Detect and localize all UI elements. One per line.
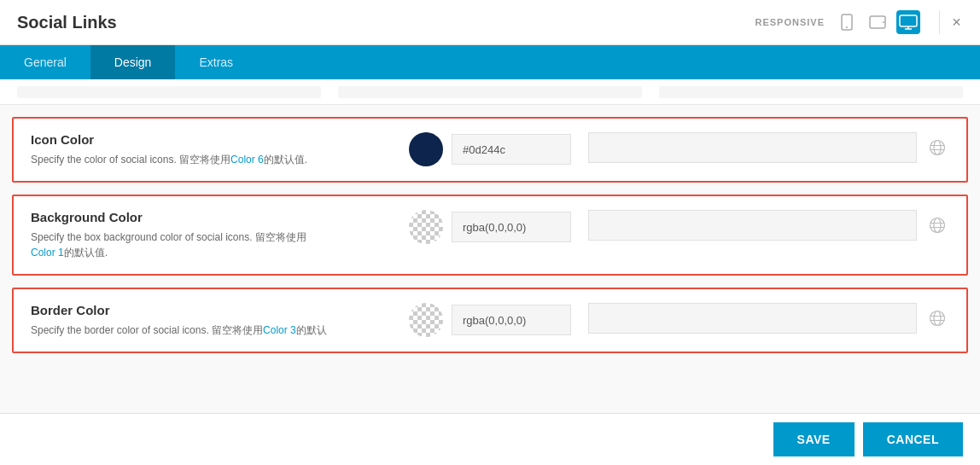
border-color-globe-icon[interactable] xyxy=(925,306,949,330)
background-color-extra-input xyxy=(588,210,917,241)
border-color-info: Border Color Specify the border color of… xyxy=(31,303,392,338)
border-color-picker xyxy=(409,303,571,337)
tab-extras[interactable]: Extras xyxy=(175,45,257,79)
desktop-icon[interactable] xyxy=(896,10,920,34)
partial-cell-1 xyxy=(17,86,321,98)
save-button[interactable]: SAVE xyxy=(773,422,855,456)
border-color-input[interactable] xyxy=(452,305,571,335)
border-color-extra-input xyxy=(588,303,917,334)
svg-point-6 xyxy=(934,141,941,155)
device-icons xyxy=(835,10,920,34)
svg-point-10 xyxy=(934,311,941,326)
background-color-picker xyxy=(409,210,571,244)
icon-color-picker xyxy=(409,132,571,166)
background-color-desc: Specify the box background color of soci… xyxy=(31,230,392,260)
svg-point-1 xyxy=(846,26,848,28)
border-color-swatch[interactable] xyxy=(409,303,443,337)
border-color-desc: Specify the border color of social icons… xyxy=(31,323,392,338)
border-color-section: Border Color Specify the border color of… xyxy=(12,288,968,353)
icon-color-info: Icon Color Specify the color of social i… xyxy=(31,132,392,167)
icon-color-section: Icon Color Specify the color of social i… xyxy=(12,117,968,183)
modal-container: Social Links RESPONSIVE xyxy=(0,0,980,465)
cancel-button[interactable]: CANCEL xyxy=(863,422,963,456)
modal-title: Social Links xyxy=(17,13,117,32)
partial-cell-2 xyxy=(338,86,642,98)
icon-color-swatch[interactable] xyxy=(409,132,443,166)
icon-color-label: Icon Color xyxy=(31,132,392,147)
partial-row-content xyxy=(17,86,963,97)
svg-point-9 xyxy=(930,311,945,326)
svg-point-8 xyxy=(934,218,941,233)
icon-color-desc: Specify the color of social icons. 留空将使用… xyxy=(31,152,392,167)
partial-row xyxy=(0,79,980,105)
background-color-globe-icon[interactable] xyxy=(925,213,949,237)
background-color-row-right xyxy=(588,210,949,241)
icon-color-row-right xyxy=(588,132,949,163)
background-color-input[interactable] xyxy=(452,212,571,242)
svg-point-3 xyxy=(883,21,884,23)
svg-point-7 xyxy=(930,218,945,233)
tab-general[interactable]: General xyxy=(0,45,90,79)
tab-design[interactable]: Design xyxy=(90,45,176,79)
background-color-label: Background Color xyxy=(31,210,392,224)
mobile-icon[interactable] xyxy=(835,10,859,34)
svg-point-5 xyxy=(930,141,945,155)
modal-footer: SAVE CANCEL xyxy=(0,413,980,465)
border-color-label: Border Color xyxy=(31,303,392,317)
icon-color-input[interactable] xyxy=(452,134,571,165)
header-right: RESPONSIVE xyxy=(755,10,963,34)
modal-header: Social Links RESPONSIVE xyxy=(0,0,980,45)
partial-cell-3 xyxy=(659,86,963,98)
border-color-link[interactable]: Color 3 xyxy=(263,324,296,336)
modal-content: Icon Color Specify the color of social i… xyxy=(0,79,980,413)
background-color-section: Background Color Specify the box backgro… xyxy=(12,195,968,276)
svg-rect-4 xyxy=(900,15,917,26)
tabs-bar: General Design Extras xyxy=(0,45,980,79)
icon-color-link[interactable]: Color 6 xyxy=(230,154,264,166)
background-color-info: Background Color Specify the box backgro… xyxy=(31,210,392,260)
close-button[interactable]: × xyxy=(939,10,963,34)
background-color-link[interactable]: Color 1 xyxy=(31,247,64,259)
responsive-label: RESPONSIVE xyxy=(755,17,825,27)
border-color-row-right xyxy=(588,303,949,334)
icon-color-extra-input xyxy=(588,132,917,163)
icon-color-globe-icon[interactable] xyxy=(925,136,949,160)
background-color-swatch[interactable] xyxy=(409,210,443,244)
tablet-icon[interactable] xyxy=(866,10,890,34)
